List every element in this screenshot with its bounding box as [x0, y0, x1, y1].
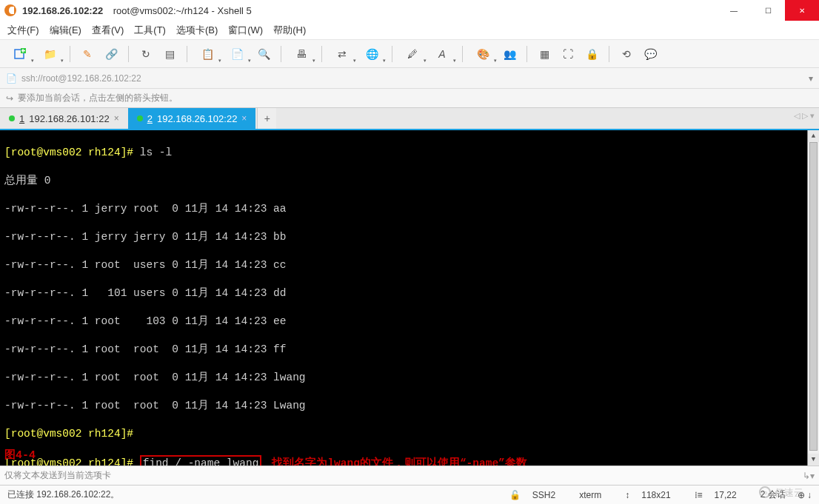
highlight-button[interactable]: 🖉▾ [400, 44, 425, 64]
menu-file[interactable]: 文件(F) [7, 24, 39, 37]
status-bar: 已连接 192.168.26.102:22。 🔓 SSH2 xterm ↕ 11… [0, 485, 819, 504]
window-title: 192.168.26.102:22 root@vms002:~/rh124 - … [22, 5, 717, 16]
search-button[interactable]: 🔍 [254, 44, 273, 64]
help-button[interactable]: 💬 [641, 44, 660, 64]
file-row: -rw-r--r--. 1 root root 0 11月 14 14:23 f… [4, 343, 815, 357]
hint-bar: ↪ 要添加当前会话，点击左侧的箭头按钮。 [0, 89, 819, 108]
file-row: -rw-r--r--. 1 root root 0 11月 14 14:23 L… [4, 399, 815, 413]
prompt: [root@vms002 rh124]# [4, 147, 133, 158]
total-line: 总用量 0 [4, 174, 815, 188]
app-icon [4, 4, 16, 16]
title-subtitle: root@vms002:~/rh124 - Xshell 5 [113, 5, 252, 16]
title-host: 192.168.26.102:22 [22, 5, 103, 16]
tab-number: 1 [19, 113, 24, 124]
window-titlebar: 192.168.26.102:22 root@vms002:~/rh124 - … [0, 0, 819, 21]
print-button[interactable]: 🖶▾ [289, 44, 314, 64]
add-arrow-icon[interactable]: ↪ [6, 93, 13, 104]
session-tab-2[interactable]: 2 192.168.26.102:22 × [128, 108, 256, 129]
status-protocol: SSH2 [532, 490, 555, 500]
status-term: xterm [579, 490, 601, 500]
link-button[interactable]: 🔗 [101, 44, 121, 64]
prev-button[interactable]: ⟲ [617, 44, 636, 64]
terminal-view[interactable]: [root@vms002 rh124]# ls -l 总用量 0 -rw-r--… [0, 130, 819, 466]
status-dot-icon [9, 115, 15, 121]
copy-button[interactable]: 📋▾ [195, 44, 220, 64]
properties-button[interactable]: ▤ [160, 44, 179, 64]
send-text-bar[interactable]: 仅将文本发送到当前选项卡 ↳▾ [0, 466, 819, 485]
prompt: [root@vms002 rh124]# [4, 428, 133, 440]
svg-text:亿速云: 亿速云 [774, 487, 803, 498]
tab-close-icon[interactable]: × [114, 113, 119, 124]
menu-view[interactable]: 查看(V) [92, 24, 124, 37]
status-position: 17,22 [715, 490, 737, 500]
size-icon: ↕ [625, 490, 629, 500]
address-bar[interactable]: 📄 ssh://root@192.168.26.102:22 ▾ [0, 68, 819, 89]
position-icon: ⁞≡ [695, 490, 703, 500]
menubar: 文件(F) 编辑(E) 查看(V) 工具(T) 选项卡(B) 窗口(W) 帮助(… [0, 21, 819, 40]
menu-window[interactable]: 窗口(W) [228, 24, 263, 37]
ls-command: ls -l [140, 147, 173, 158]
tile-button[interactable]: ▦ [535, 44, 554, 64]
tab-close-icon[interactable]: × [241, 113, 247, 124]
tab-label: 192.168.26.101:22 [29, 113, 109, 124]
file-row: -rw-r--r--. 1 root 103 0 11月 14 14:23 ee [4, 315, 815, 329]
file-row: -rw-r--r--. 1 101 users 0 11月 14 14:23 d… [4, 286, 815, 300]
send-dropdown-icon[interactable]: ↳▾ [803, 471, 815, 481]
scroll-down-icon[interactable]: ▼ [808, 454, 819, 466]
font-button[interactable]: A▾ [429, 44, 455, 64]
menu-help[interactable]: 帮助(H) [273, 24, 306, 37]
status-connection: 已连接 192.168.26.102:22。 [7, 488, 498, 501]
hint-text: 要添加当前会话，点击左侧的箭头按钮。 [18, 92, 178, 104]
window-controls: — ☐ ✕ [717, 0, 819, 21]
tab-bar: 1 192.168.26.101:22 × 2 192.168.26.102:2… [0, 108, 819, 130]
scroll-thumb[interactable] [809, 142, 818, 451]
status-dot-icon [137, 115, 143, 121]
users-button[interactable]: 👥 [500, 44, 519, 64]
address-url: ssh://root@192.168.26.102:22 [21, 73, 141, 84]
file-row: -rw-r--r--. 1 jerry root 0 11月 14 14:23 … [4, 202, 815, 216]
status-size: 118x21 [641, 490, 670, 500]
menu-tabs[interactable]: 选项卡(B) [176, 24, 218, 37]
figure-label: 图4-4 [4, 448, 36, 463]
new-session-button[interactable]: ▾ [7, 44, 33, 64]
session-tab-1[interactable]: 1 192.168.26.101:22 × [0, 108, 128, 129]
file-row: -rw-r--r--. 1 root root 0 11月 14 14:23 l… [4, 371, 815, 385]
menu-tools[interactable]: 工具(T) [134, 24, 166, 37]
open-session-button[interactable]: 📁▾ [37, 44, 62, 64]
menu-edit[interactable]: 编辑(E) [50, 24, 81, 37]
address-dropdown-icon[interactable]: ▾ [809, 73, 813, 84]
watermark: 亿速云∞ [758, 484, 816, 503]
lock-button[interactable]: 🔒 [582, 44, 601, 64]
file-row: -rw-r--r--. 1 root users 0 11月 14 14:23 … [4, 258, 815, 272]
toolbar: ▾ 📁▾ ✎ 🔗 ↻ ▤ 📋▾ 📄▾ 🔍 🖶▾ ⇄▾ 🌐▾ 🖉▾ A▾ 🎨▾ 👥… [0, 40, 819, 68]
fullscreen-button[interactable]: ⛶ [558, 44, 578, 64]
transfer-button[interactable]: ⇄▾ [330, 44, 355, 64]
tab-nav[interactable]: ◁ ▷ ▾ [794, 111, 815, 121]
maximize-button[interactable]: ☐ [751, 0, 785, 21]
new-tab-button[interactable]: + [257, 108, 276, 129]
svg-text:∞: ∞ [762, 488, 767, 497]
ssh-lock-icon: 📄 [6, 73, 17, 84]
minimize-button[interactable]: — [717, 0, 751, 21]
color-scheme-button[interactable]: 🎨▾ [470, 44, 495, 64]
find-name-command: find / -name lwang [140, 455, 262, 466]
tab-label: 192.168.26.102:22 [157, 113, 237, 124]
annotation-name: 找到名字为lwang的文件，则可以使用“-name”参数 [272, 457, 526, 466]
terminal-scrollbar[interactable]: ▲ ▼ [807, 130, 819, 466]
reconnect-button[interactable]: ↻ [136, 44, 156, 64]
globe-button[interactable]: 🌐▾ [359, 44, 384, 64]
send-text-label: 仅将文本发送到当前选项卡 [4, 469, 111, 482]
scroll-up-icon[interactable]: ▲ [808, 130, 819, 142]
tab-number: 2 [147, 113, 153, 124]
paste-button[interactable]: 📄▾ [224, 44, 250, 64]
file-row: -rw-r--r--. 1 jerry jerry 0 11月 14 14:23… [4, 230, 815, 244]
close-button[interactable]: ✕ [785, 0, 819, 21]
lock-open-icon: 🔓 [509, 490, 521, 500]
compose-button[interactable]: ✎ [78, 44, 97, 64]
